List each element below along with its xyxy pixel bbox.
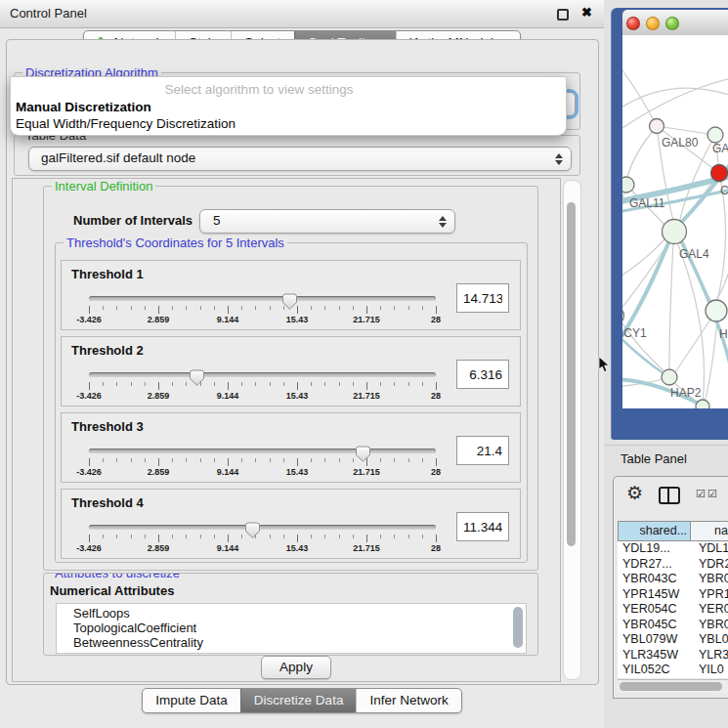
- combo-stepper-icon: [555, 153, 563, 165]
- attributes-group: Attributes to discretize Numerical Attri…: [43, 573, 538, 656]
- table-row[interactable]: YDR27...YDR2: [618, 557, 728, 573]
- list-item[interactable]: BetweennessCentrality: [57, 635, 526, 650]
- slider-track[interactable]: [89, 449, 436, 453]
- combo-value: 5: [213, 210, 221, 232]
- scrollbar-thumb[interactable]: [620, 682, 722, 691]
- list-item[interactable]: SelfLoops: [57, 604, 526, 621]
- threshold-3-panel: Threshold 3 -3.426 2.859 9.144 15.43 21.…: [61, 412, 521, 483]
- numerical-attributes-label: Numerical Attributes: [50, 583, 174, 598]
- close-traffic-light-icon[interactable]: [626, 17, 640, 30]
- vertical-scrollbar[interactable]: [563, 180, 581, 680]
- gear-icon[interactable]: ⚙: [626, 482, 643, 504]
- slider-ticks: [89, 535, 437, 542]
- numerical-attributes-list[interactable]: SelfLoops TopologicalCoefficient Between…: [56, 603, 527, 654]
- horizontal-scrollbar[interactable]: [618, 679, 728, 693]
- node-label: C: [720, 184, 728, 197]
- network-canvas[interactable]: GAL80 GA C GAL11 GAL4 GCY1 H HAP2: [622, 35, 728, 408]
- slider-track[interactable]: [89, 525, 436, 530]
- threshold-4-panel: Threshold 4 -3.426 2.859 9.144 15.43 21.…: [61, 489, 521, 559]
- slider-ticks: [89, 458, 437, 466]
- node-right: [706, 300, 727, 321]
- columns-icon[interactable]: [659, 487, 680, 504]
- control-panel-window: Control Panel ✖ Network Style Select Cyn…: [0, 0, 605, 728]
- mouse-cursor: [598, 357, 610, 378]
- table-data-group: Table Data galFiltered.sif default node: [14, 135, 580, 176]
- table-row[interactable]: YBL079WYBL0: [618, 632, 728, 648]
- slider-ticks: [89, 306, 437, 314]
- float-window-icon[interactable]: [557, 9, 569, 21]
- group-title: Attributes to discretize: [52, 573, 183, 580]
- threshold-4-value-field[interactable]: [456, 512, 509, 541]
- node-attribute-table: shared... na YDL19...YDL1 YDR27...YDR2 Y…: [618, 521, 728, 678]
- close-icon[interactable]: ✖: [581, 5, 592, 20]
- number-of-intervals-combobox[interactable]: 5: [199, 209, 455, 234]
- network-window-titlebar[interactable]: [622, 10, 728, 36]
- node-hap2: [662, 369, 677, 385]
- control-panel-titlebar: Control Panel ✖: [0, 0, 604, 28]
- table-row[interactable]: YER054CYER0: [618, 602, 728, 618]
- table-row[interactable]: YBR045CYBR0: [618, 618, 728, 633]
- popup-option-equal-width[interactable]: Equal Width/Frequency Discretization: [16, 116, 236, 131]
- table-data-combobox[interactable]: galFiltered.sif default node: [28, 147, 572, 171]
- checkbox-icon[interactable]: ☑: [707, 488, 717, 500]
- node-label: H: [719, 327, 728, 341]
- group-title: Threshold's Coordinates for 5 Intervals: [64, 236, 287, 250]
- threshold-2-panel: Threshold 2 -3.426 2.859 9.144 15.43 21.…: [61, 336, 521, 407]
- threshold-label: Threshold 1: [71, 267, 144, 281]
- scrollbar-thumb[interactable]: [567, 202, 576, 546]
- node-label: GAL11: [629, 196, 665, 210]
- table-row[interactable]: YPR145WYPR1: [618, 587, 728, 603]
- checkbox-icon[interactable]: ☑: [696, 488, 706, 500]
- column-header-name[interactable]: na: [691, 522, 728, 540]
- threshold-3-value-field[interactable]: [456, 436, 509, 465]
- node-bottom: [696, 400, 709, 408]
- node-gal80: [650, 119, 664, 134]
- slider-ticks: [89, 382, 437, 390]
- node-gal11: [622, 177, 634, 193]
- table-row[interactable]: YIL052CYIL0: [618, 663, 728, 678]
- table-panel-title: Table Panel: [621, 446, 687, 472]
- threshold-1-value-field[interactable]: [456, 283, 509, 313]
- table-row[interactable]: YLR345WYLR3: [618, 648, 728, 664]
- table-panel-header: Table Panel: [604, 445, 728, 473]
- node-gal4: [663, 220, 687, 244]
- popup-option-manual[interactable]: Manual Discretization: [16, 100, 151, 114]
- algorithm-dropdown-popup: Select algorithm to view settings Manual…: [10, 76, 567, 136]
- combo-value: galFiltered.sif default node: [41, 148, 195, 169]
- tab-infer-network[interactable]: Infer Network: [356, 689, 460, 712]
- group-title: Interval Definition: [52, 179, 155, 193]
- list-scrollbar-thumb[interactable]: [513, 607, 523, 648]
- minimize-traffic-light-icon[interactable]: [646, 17, 660, 30]
- tab-impute-data[interactable]: Impute Data: [143, 689, 240, 712]
- apply-button[interactable]: Apply: [261, 656, 331, 679]
- node-red: [711, 165, 728, 182]
- number-of-intervals-label: Number of Intervals: [73, 213, 193, 228]
- table-row[interactable]: YBR043CYBR0: [618, 572, 728, 587]
- node-label: GAL4: [679, 247, 709, 261]
- threshold-2-value-field[interactable]: [456, 360, 509, 389]
- node-gcy1: [622, 308, 624, 324]
- zoom-traffic-light-icon[interactable]: [665, 17, 679, 30]
- popup-placeholder: Select algorithm to view settings: [11, 82, 507, 97]
- network-graph: GAL80 GA C GAL11 GAL4 GCY1 H HAP2: [622, 35, 728, 408]
- panel-title: Control Panel: [10, 0, 87, 26]
- slider-track[interactable]: [89, 372, 436, 377]
- node-label: GCY1: [622, 326, 647, 340]
- node-label: HAP2: [670, 386, 702, 400]
- column-header-shared[interactable]: shared...: [619, 522, 691, 540]
- list-item[interactable]: TopologicalCoefficient: [57, 621, 526, 635]
- node-top-right: [707, 127, 723, 143]
- table-panel: ⚙ ☑ ☑ shared... na YDL19...YDL1 YDR27...…: [613, 476, 728, 699]
- node-label: GA: [712, 142, 728, 155]
- network-view-window[interactable]: GAL80 GA C GAL11 GAL4 GCY1 H HAP2: [611, 8, 728, 440]
- node-label: GAL80: [662, 136, 699, 150]
- bottom-tabbar: Impute Data Discretize Data Infer Networ…: [0, 688, 604, 713]
- tab-discretize-data[interactable]: Discretize Data: [240, 689, 357, 712]
- slider-track[interactable]: [89, 296, 436, 301]
- threshold-label: Threshold 4: [71, 495, 144, 510]
- table-row[interactable]: YDL19...YDL1: [618, 541, 728, 557]
- threshold-label: Threshold 3: [71, 419, 144, 434]
- threshold-label: Threshold 2: [71, 343, 144, 358]
- combo-stepper-icon: [439, 216, 447, 228]
- table-header-row: shared... na: [618, 521, 728, 541]
